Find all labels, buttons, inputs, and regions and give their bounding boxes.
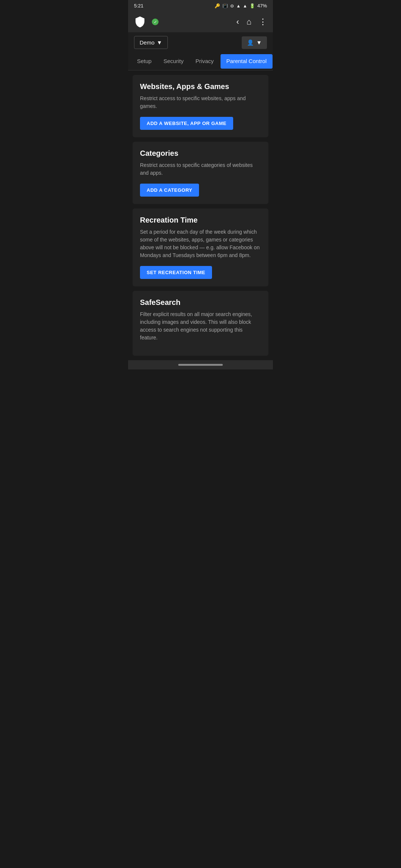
websites-apps-games-section: Websites, Apps & Games Restrict access t…	[133, 75, 268, 137]
demo-dropdown-icon: ▼	[157, 39, 162, 46]
profile-icon: 👤	[247, 39, 254, 46]
categories-section: Categories Restrict access to specific c…	[133, 142, 268, 204]
websites-section-desc: Restrict access to specific websites, ap…	[140, 95, 261, 110]
status-icons: 🔑 📳 ⊖ ▲ ▲ 🔋 47%	[215, 3, 267, 9]
websites-section-title: Websites, Apps & Games	[140, 82, 261, 91]
safesearch-title: SafeSearch	[140, 298, 261, 307]
shield-icon	[134, 15, 146, 29]
recreation-time-title: Recreation Time	[140, 216, 261, 224]
bottom-bar	[128, 360, 273, 369]
categories-section-desc: Restrict access to specific categories o…	[140, 161, 261, 177]
nav-bar: ✓ ‹ ⌂ ⋮	[128, 11, 273, 32]
wifi-icon: ▲	[236, 3, 241, 9]
profile-dropdown-icon: ▼	[256, 39, 262, 46]
tabs-container: Setup Security Privacy Parental Control …	[128, 53, 273, 70]
add-category-button[interactable]: ADD A CATEGORY	[140, 184, 199, 197]
set-recreation-time-button[interactable]: SET RECREATION TIME	[140, 266, 212, 279]
shield-container	[134, 15, 146, 29]
dnd-icon: ⊖	[230, 3, 234, 9]
recreation-time-section: Recreation Time Set a period for each da…	[133, 208, 268, 286]
tab-setup[interactable]: Setup	[131, 53, 157, 70]
categories-section-title: Categories	[140, 149, 261, 158]
signal-icon: ▲	[243, 3, 247, 9]
home-button[interactable]: ⌂	[247, 17, 251, 27]
key-icon: 🔑	[215, 3, 220, 9]
safesearch-section: SafeSearch Filter explicit results on al…	[133, 291, 268, 356]
vibrate-icon: 📳	[222, 3, 228, 9]
nav-left: ✓	[134, 15, 159, 29]
recreation-time-desc: Set a period for each day of the week du…	[140, 228, 261, 259]
status-bar: 5:21 🔑 📳 ⊖ ▲ ▲ 🔋 47%	[128, 0, 273, 11]
safesearch-desc: Filter explicit results on all major sea…	[140, 310, 261, 342]
nav-right: ‹ ⌂ ⋮	[236, 17, 267, 27]
demo-label: Demo	[140, 39, 154, 46]
main-content: Websites, Apps & Games Restrict access t…	[128, 75, 273, 356]
tab-security[interactable]: Security	[157, 53, 189, 70]
battery-icon: 🔋	[250, 3, 255, 9]
home-indicator	[178, 364, 223, 366]
more-menu-button[interactable]: ⋮	[259, 17, 267, 27]
demo-dropdown-button[interactable]: Demo ▼	[134, 36, 168, 49]
verified-badge: ✓	[152, 19, 159, 25]
add-website-button[interactable]: ADD A WEBSITE, APP OR GAME	[140, 117, 233, 130]
tab-parental-control[interactable]: Parental Control	[221, 54, 273, 69]
back-button[interactable]: ‹	[236, 17, 239, 27]
profile-bar: Demo ▼ 👤 ▼	[128, 32, 273, 53]
battery-percent: 47%	[257, 3, 267, 9]
profile-dropdown-button[interactable]: 👤 ▼	[242, 36, 267, 49]
tab-privacy[interactable]: Privacy	[189, 53, 219, 70]
status-time: 5:21	[134, 3, 143, 9]
